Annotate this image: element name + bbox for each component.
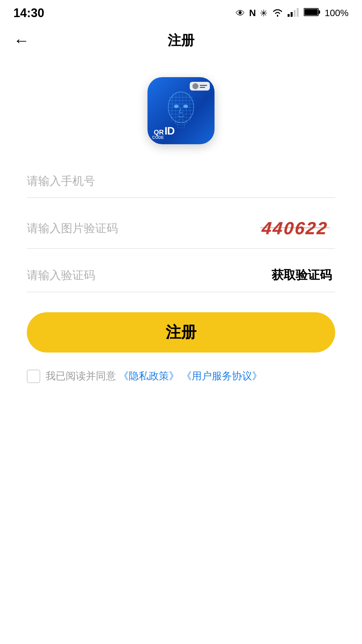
page-title: 注册 — [168, 31, 194, 50]
svg-rect-1 — [291, 12, 293, 17]
svg-rect-0 — [288, 14, 290, 17]
svg-rect-6 — [304, 9, 318, 15]
svg-rect-2 — [294, 10, 296, 17]
app-icon: QR CODE ID — [147, 77, 215, 144]
register-button[interactable]: 注册 — [27, 312, 335, 353]
id-label: ID — [165, 125, 175, 136]
app-icon-label: QR CODE ID — [152, 125, 175, 140]
svg-point-23 — [175, 120, 187, 125]
battery-icon — [304, 8, 320, 19]
battery-percentage: 100% — [324, 8, 349, 18]
agreement-prefix: 我已阅读并同意 — [46, 369, 116, 383]
nfc-icon: N — [249, 8, 256, 18]
wifi-icon — [272, 7, 284, 19]
captcha-field-row: 440622 — [27, 215, 335, 249]
status-icons: 👁 N ✳ — [236, 7, 349, 19]
captcha-input[interactable] — [27, 218, 248, 238]
nav-bar: ← 注册 — [0, 23, 362, 57]
app-icon-badge — [190, 82, 210, 91]
agreement-row: 我已阅读并同意 《隐私政策》 《用户服务协议》 — [27, 366, 335, 386]
back-button[interactable]: ← — [13, 31, 29, 50]
status-bar: 14:30 👁 N ✳ — [0, 0, 362, 23]
service-agreement-link[interactable]: 《用户服务协议》 — [182, 369, 262, 383]
qr-label: QR — [154, 129, 164, 136]
captcha-image[interactable]: 440622 — [255, 215, 335, 241]
verify-field-row: 获取验证码 — [27, 265, 335, 292]
get-code-button[interactable]: 获取验证码 — [268, 267, 335, 283]
phone-input[interactable] — [27, 171, 335, 191]
svg-point-21 — [174, 105, 179, 108]
app-icon-area: QR CODE ID — [0, 77, 362, 144]
signal-icon — [288, 7, 300, 19]
svg-rect-3 — [297, 8, 299, 17]
code-label: CODE — [152, 136, 164, 140]
captcha-value: 440622 — [261, 218, 329, 238]
status-time: 14:30 — [13, 6, 44, 20]
badge-lines — [200, 85, 207, 88]
badge-avatar — [192, 83, 198, 89]
form-container: 440622 获取验证码 注册 我已阅读并同意 《隐私政策》 《用户服务协议》 — [0, 171, 362, 386]
bluetooth-icon: ✳ — [260, 8, 267, 19]
privacy-policy-link[interactable]: 《隐私政策》 — [119, 369, 179, 383]
verify-code-input[interactable] — [27, 265, 268, 285]
svg-point-22 — [183, 105, 188, 108]
agreement-text: 我已阅读并同意 《隐私政策》 《用户服务协议》 — [46, 369, 262, 383]
svg-line-18 — [183, 92, 183, 123]
phone-field — [27, 171, 335, 198]
svg-rect-5 — [318, 10, 320, 14]
agreement-checkbox[interactable] — [27, 370, 40, 383]
eye-icon: 👁 — [236, 8, 245, 19]
